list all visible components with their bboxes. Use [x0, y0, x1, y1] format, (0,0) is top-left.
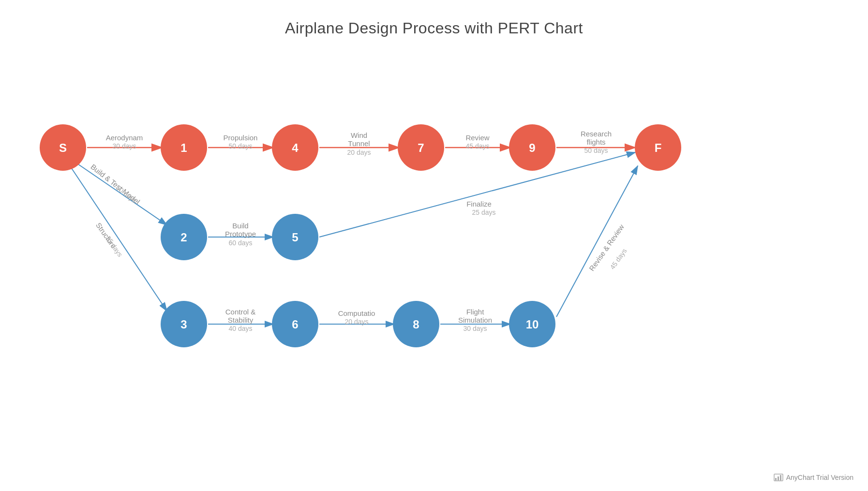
chart-area: Aerodynam 30 days Propulsion 50 days Win… — [0, 48, 868, 474]
node-s-label: S — [59, 141, 67, 154]
svg-rect-16 — [778, 476, 779, 480]
edge-5-to-f — [319, 152, 635, 237]
label-s-to-1: Aerodynam — [106, 134, 143, 142]
node-3-label: 3 — [180, 318, 187, 331]
label-9-to-f: Research — [581, 130, 612, 138]
node-2: 2 — [161, 214, 207, 260]
days-6-to-8: 20 days — [344, 318, 368, 326]
days-9-to-f: 50 days — [584, 147, 608, 154]
days-s-to-3: 35 days — [104, 234, 124, 258]
days-4-to-7: 20 days — [347, 149, 371, 156]
label-7-to-9: Review — [465, 134, 489, 142]
days-8-to-10: 30 days — [463, 325, 487, 332]
node-7-label: 7 — [418, 141, 424, 154]
days-7-to-9: 45 days — [465, 142, 489, 150]
node-1-label: 1 — [180, 141, 187, 154]
label-6-to-8: Computatio — [338, 309, 375, 317]
node-7: 7 — [398, 124, 444, 171]
label-8-to-10b: Simulation — [458, 316, 492, 324]
days-2-to-5: 60 days — [228, 239, 252, 247]
chart-title: Airplane Design Process with PERT Chart — [0, 0, 868, 37]
watermark: AnyChart Trial Version — [774, 474, 853, 481]
node-10: 10 — [509, 301, 555, 347]
watermark-icon — [774, 474, 783, 481]
label-2-to-5: Build — [232, 222, 248, 230]
label-1-to-4: Propulsion — [224, 134, 258, 142]
node-8-label: 8 — [413, 318, 419, 331]
node-2-label: 2 — [180, 231, 187, 244]
label-4-to-7: Wind — [351, 131, 367, 139]
node-3: 3 — [161, 301, 207, 347]
node-f: F — [635, 124, 681, 171]
days-10-to-f: 45 days — [608, 247, 628, 270]
label-2-to-5b: Prototype — [225, 230, 256, 238]
label-10-to-f: Revise & Review — [587, 223, 626, 272]
node-6-label: 6 — [292, 318, 298, 331]
node-9: 9 — [509, 124, 555, 171]
days-5-to-f: 25 days — [472, 208, 495, 216]
days-3-to-6: 40 days — [228, 325, 252, 332]
node-4: 4 — [272, 124, 318, 171]
edge-10-to-f — [556, 166, 638, 317]
days-1-to-4: 50 days — [228, 142, 252, 150]
watermark-text: AnyChart Trial Version — [786, 474, 853, 481]
label-3-to-6: Control & — [225, 308, 256, 316]
svg-rect-15 — [775, 478, 777, 480]
label-9-to-fb: flights — [586, 138, 605, 146]
node-5: 5 — [272, 214, 318, 260]
node-6: 6 — [272, 301, 318, 347]
label-5-to-f: Finalize — [466, 200, 492, 208]
pert-chart: Aerodynam 30 days Propulsion 50 days Win… — [0, 48, 868, 474]
label-8-to-10: Flight — [466, 308, 485, 316]
node-s: S — [40, 124, 86, 171]
svg-rect-17 — [780, 475, 781, 480]
node-10-label: 10 — [526, 318, 539, 331]
node-1: 1 — [161, 124, 207, 171]
days-s-to-1: 30 days — [112, 142, 136, 150]
node-4-label: 4 — [292, 141, 299, 154]
label-4-to-7b: Tunnel — [348, 139, 370, 148]
node-9-label: 9 — [529, 141, 535, 154]
node-f-label: F — [655, 141, 662, 154]
node-5-label: 5 — [292, 231, 298, 244]
node-8: 8 — [393, 301, 439, 347]
label-3-to-6b: Stability — [228, 316, 254, 324]
